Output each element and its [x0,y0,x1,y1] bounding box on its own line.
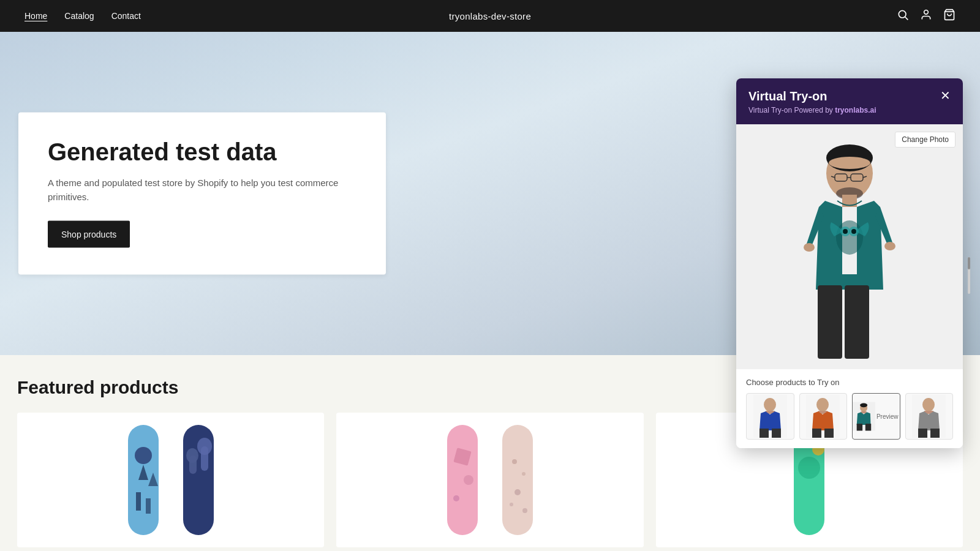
product-thumbnails: Preview [746,393,953,440]
svg-point-29 [512,459,517,464]
choose-label: Choose products to Try on [746,378,953,387]
svg-rect-28 [502,425,533,535]
svg-point-31 [514,489,521,495]
thumbnail-2[interactable] [799,393,848,440]
change-photo-button[interactable]: Change Photo [895,132,956,148]
svg-point-26 [464,475,473,485]
svg-rect-61 [772,429,781,438]
svg-line-1 [905,17,908,20]
nav-catalog[interactable]: Catalog [64,11,94,21]
svg-point-14 [135,447,152,464]
svg-point-40 [829,157,870,169]
thumbnail-1[interactable] [746,393,794,440]
svg-point-30 [522,472,526,476]
thumbnail-3[interactable]: Preview [852,393,900,440]
tryon-panel: Virtual Try-on Virtual Try-on Powered by… [736,78,963,448]
svg-point-35 [798,457,820,479]
cart-icon[interactable] [943,9,956,24]
tryon-title: Virtual Try-on [748,89,876,103]
scroll-indicator [968,257,970,294]
tryon-close-button[interactable]: ✕ [940,89,951,102]
nav-home[interactable]: Home [24,11,47,21]
hero-card: Generated test data A theme and populate… [18,113,386,275]
svg-point-2 [924,10,929,14]
svg-rect-60 [760,429,769,438]
svg-rect-66 [824,429,834,438]
nav-links: Home Catalog Contact [24,11,141,21]
svg-point-76 [922,398,935,411]
thumbnail-4[interactable] [905,393,954,440]
tryon-subtitle: Virtual Try-on Powered by tryonlabs.ai [748,106,876,114]
svg-rect-55 [818,285,842,359]
site-brand: tryonlabs-dev-store [449,11,531,21]
product-card-2[interactable] [336,413,643,547]
svg-rect-65 [812,429,821,438]
scroll-thumb [968,257,970,269]
svg-rect-74 [865,424,871,430]
tryon-bottom: Choose products to Try on [736,369,963,448]
svg-rect-17 [146,498,151,514]
nav-icon-group [897,9,956,24]
svg-rect-23 [201,446,208,471]
tryon-header: Virtual Try-on Virtual Try-on Powered by… [736,78,963,124]
svg-point-51 [843,229,848,234]
product-card-1[interactable] [17,413,324,547]
svg-rect-79 [930,429,940,438]
svg-rect-56 [845,285,869,359]
svg-point-58 [764,398,776,411]
svg-rect-78 [918,429,927,438]
svg-rect-15 [136,492,141,511]
hero-subtitle: A theme and populated test store by Shop… [48,176,356,204]
svg-point-33 [522,508,527,513]
svg-point-0 [899,10,906,18]
svg-point-63 [816,398,829,411]
preview-label: Preview [875,412,900,421]
svg-point-27 [453,495,459,501]
tryon-header-text: Virtual Try-on Virtual Try-on Powered by… [748,89,876,114]
svg-rect-73 [857,424,862,430]
svg-point-32 [510,503,513,506]
svg-point-52 [851,229,856,234]
svg-point-48 [836,220,863,255]
search-icon[interactable] [897,9,909,24]
hero-title: Generated test data [48,137,356,167]
shop-products-button[interactable]: Shop products [48,221,130,248]
svg-rect-21 [189,455,197,474]
navbar: Home Catalog Contact tryonlabs-dev-store [0,0,980,32]
svg-point-69 [860,403,867,408]
nav-contact[interactable]: Contact [111,11,141,21]
tryon-preview-area: Change Photo [736,124,963,369]
svg-point-53 [804,243,815,252]
svg-point-54 [884,242,895,250]
login-icon[interactable] [920,9,932,24]
